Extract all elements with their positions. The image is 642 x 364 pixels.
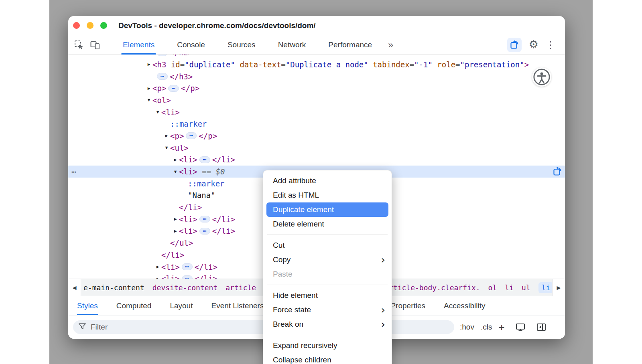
inline-expand-button[interactable]: ⋯: [182, 275, 193, 279]
code-token-tag: <li>: [161, 263, 180, 271]
collapse-arrow-icon[interactable]: ▼: [145, 97, 152, 103]
menu-item-expand-recursively[interactable]: Expand recursively: [263, 338, 392, 353]
zoom-button[interactable]: [100, 22, 107, 29]
code-token-eq: =: [455, 60, 460, 69]
dom-tree-line[interactable]: ▶<li>⋯</li>: [68, 154, 565, 166]
accessibility-icon[interactable]: [532, 67, 551, 87]
more-options-icon[interactable]: ⋮: [546, 40, 555, 50]
code-token-tag: <p>: [170, 131, 184, 140]
toggle-sidebar-icon[interactable]: [536, 322, 547, 332]
class-toggle-button[interactable]: .cls: [481, 323, 492, 332]
code-token-tag: <ul>: [170, 144, 189, 152]
code-token-tag: <li>: [161, 108, 180, 117]
expand-arrow-icon[interactable]: ▶: [172, 157, 179, 162]
breadcrumb-item-ol[interactable]: ol: [488, 283, 497, 292]
expand-arrow-icon[interactable]: ▶: [163, 133, 170, 138]
dom-tree-line[interactable]: ⋯</h3>: [68, 71, 565, 83]
code-token-tag: </p>: [199, 131, 217, 140]
expand-arrow-icon[interactable]: ▶: [145, 62, 152, 67]
breadcrumb-item-article-body-clearfix[interactable]: article-body.clearfix.: [384, 283, 480, 292]
inline-expand-button[interactable]: ⋯: [199, 156, 210, 163]
inline-expand-button[interactable]: ⋯: [199, 228, 210, 235]
menu-item-copy[interactable]: Copy›: [263, 253, 392, 267]
scroll-left-icon[interactable]: ◀: [68, 279, 81, 296]
breadcrumb-item-devsite-content[interactable]: devsite-content: [152, 283, 218, 292]
menu-divider: [267, 335, 388, 335]
inline-expand-button[interactable]: ⋯: [182, 263, 193, 270]
close-button[interactable]: [73, 22, 80, 29]
tab-event-listeners[interactable]: Event Listeners: [211, 296, 264, 315]
context-menu: Add attributeEdit as HTMLDuplicate eleme…: [263, 170, 392, 364]
dom-tree-line[interactable]: ▶<p>⋯</p>: [68, 130, 565, 142]
tab-properties[interactable]: Properties: [390, 296, 425, 315]
dom-tree-line[interactable]: ::marker: [68, 118, 565, 130]
pseudo-state-button[interactable]: :hov: [460, 323, 474, 332]
inline-expand-button[interactable]: ⋯: [186, 132, 197, 139]
tab-performance[interactable]: Performance: [326, 35, 374, 55]
breadcrumb-item-e-main-content[interactable]: e-main-content: [83, 283, 144, 292]
collapse-arrow-icon[interactable]: ▼: [172, 169, 179, 174]
dom-tree-line[interactable]: ▼<ol>: [68, 94, 565, 106]
dom-tree-line[interactable]: ▼<li>: [68, 106, 565, 118]
tab-layout[interactable]: Layout: [170, 296, 193, 315]
expand-arrow-icon[interactable]: ▶: [154, 264, 161, 269]
minimize-button[interactable]: [87, 22, 93, 29]
menu-item-break-on[interactable]: Break on›: [263, 317, 392, 332]
tab-computed[interactable]: Computed: [116, 296, 152, 315]
dom-tree-line[interactable]: ▼<ul>: [68, 142, 565, 154]
row-menu-dots-icon[interactable]: ⋯: [71, 167, 76, 176]
tab-styles[interactable]: Styles: [77, 296, 98, 315]
square-arrow-badge-icon[interactable]: [552, 166, 563, 177]
breadcrumb-item-ul[interactable]: ul: [522, 283, 530, 292]
code-token-attr: id: [166, 60, 180, 69]
tab-network[interactable]: Network: [276, 35, 309, 55]
menu-item-edit-as-html[interactable]: Edit as HTML: [263, 188, 392, 202]
inline-expand-button[interactable]: ⋯: [157, 55, 168, 56]
menu-item-duplicate-element[interactable]: Duplicate element: [266, 202, 388, 217]
inline-expand-button[interactable]: ⋯: [157, 73, 168, 80]
submenu-chevron-icon: ›: [381, 305, 385, 314]
menu-item-delete-element[interactable]: Delete element: [263, 217, 392, 231]
expand-arrow-icon[interactable]: ▶: [145, 86, 152, 91]
menu-item-collapse-children[interactable]: Collapse children: [263, 353, 392, 364]
menu-item-force-state[interactable]: Force state›: [263, 303, 392, 317]
menu-item-cut[interactable]: Cut: [263, 238, 392, 253]
breadcrumb-item-li[interactable]: li: [538, 282, 552, 293]
code-token-val: "presentation": [460, 60, 524, 69]
menu-item-add-attribute[interactable]: Add attribute: [263, 174, 392, 188]
dom-tree-line[interactable]: ▶<h3 id="duplicate" data-text="Duplicate…: [68, 59, 565, 71]
square-arrow-icon-button[interactable]: [507, 38, 522, 52]
settings-gear-icon[interactable]: ⚙: [529, 39, 538, 50]
menu-item-label: Collapse children: [273, 356, 331, 364]
scroll-right-icon[interactable]: ▶: [552, 279, 565, 296]
inspect-icon[interactable]: [74, 40, 84, 50]
expand-arrow-icon[interactable]: ▶: [172, 229, 179, 234]
menu-item-hide-element[interactable]: Hide element: [263, 288, 392, 303]
inline-expand-button[interactable]: ⋯: [199, 216, 210, 222]
collapse-arrow-icon[interactable]: ▼: [154, 109, 161, 115]
tab-accessibility[interactable]: Accessibility: [444, 296, 485, 315]
menu-item-label: Edit as HTML: [273, 191, 319, 200]
breadcrumb-item-li[interactable]: li: [505, 283, 514, 292]
menu-item-label: Copy: [273, 255, 291, 264]
menu-item-label: Hide element: [273, 291, 318, 300]
menu-item-paste[interactable]: Paste: [263, 267, 392, 281]
collapse-arrow-icon[interactable]: ▼: [163, 145, 170, 150]
submenu-chevron-icon: ›: [381, 320, 385, 329]
filter-icon: [78, 322, 87, 333]
breadcrumb-item-article[interactable]: article: [226, 283, 256, 292]
dom-tree-line[interactable]: ▶<p>⋯</p>: [68, 82, 565, 94]
device-toolbar-icon[interactable]: [90, 40, 100, 50]
inline-expand-button[interactable]: ⋯: [168, 85, 179, 92]
menu-item-label: Expand recursively: [273, 341, 337, 350]
code-token-tag: </li>: [212, 155, 235, 164]
tab-console[interactable]: Console: [175, 35, 207, 55]
code-token-val: "-1": [414, 60, 433, 69]
more-tabs-icon[interactable]: »: [388, 39, 392, 51]
dom-tree-line[interactable]: ⋯</h2>: [68, 55, 565, 59]
tab-elements[interactable]: Elements: [120, 35, 157, 55]
display-icon[interactable]: [515, 322, 526, 332]
tab-sources[interactable]: Sources: [225, 35, 258, 55]
new-style-rule-button[interactable]: +: [498, 321, 504, 334]
expand-arrow-icon[interactable]: ▶: [172, 216, 179, 222]
